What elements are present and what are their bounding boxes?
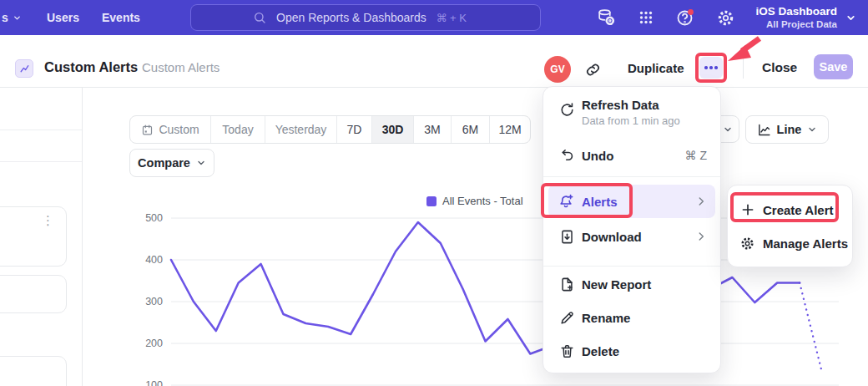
sidebar-row-divider [0,161,82,162]
date-range-3m[interactable]: 3M [413,116,451,143]
more-options-menu: Refresh Data Data from 1 min ago Undo ⌘ … [542,86,721,373]
refresh-icon [558,101,575,118]
menu-separator [543,266,720,267]
settings-gear-icon[interactable] [714,6,737,29]
chevron-down-icon [845,13,856,23]
svg-text:500: 500 [145,212,163,224]
nav-item-events[interactable]: Events [102,0,140,35]
avatar[interactable]: GV [544,56,571,83]
chevron-down-icon [196,158,206,168]
date-range-30d-active[interactable]: 30D [371,116,413,143]
project-scope: All Project Data [755,18,837,30]
plus-icon [739,202,755,218]
legend-swatch [426,196,437,206]
search-placeholder: Open Reports & Dashboards [276,11,426,24]
app-window: s Users Events Open Reports & Dashboards… [0,0,868,386]
apps-grid-icon[interactable] [634,6,658,29]
gear-icon [739,236,755,251]
project-switcher[interactable]: iOS Dashboard All Project Data [755,0,856,35]
project-name: iOS Dashboard [755,5,837,18]
chevron-right-icon [695,196,707,207]
top-navbar: s Users Events Open Reports & Dashboards… [0,0,868,35]
alerts-submenu: Create Alert Manage Alerts [727,185,853,267]
legend-label: All Events - Total [442,195,523,207]
submenu-item-create-alert[interactable]: Create Alert [733,193,847,226]
svg-text:400: 400 [145,254,163,266]
chevron-down-icon [807,124,817,135]
shortcut-label: ⌘ Z [685,149,707,162]
new-report-icon [558,276,575,292]
breadcrumb: Custom Alerts [142,60,220,74]
menu-item-refresh-data[interactable]: Refresh Data Data from 1 min ago [548,94,715,135]
duplicate-button[interactable]: Duplicate [628,61,684,75]
menu-item-rename[interactable]: Rename [548,301,715,334]
more-options-button[interactable] [699,57,723,79]
date-range-6m[interactable]: 6M [451,116,489,143]
trash-icon [558,343,575,359]
header-divider [743,55,744,79]
search-shortcut: ⌘ + K [437,12,467,24]
undo-icon [558,147,575,164]
date-range-custom[interactable]: Custom [130,116,210,143]
data-management-icon[interactable] [594,6,618,29]
date-range-yesterday[interactable]: Yesterday [265,116,336,143]
menu-item-alerts[interactable]: Alerts [548,185,715,218]
chart-legend: All Events - Total [426,195,523,207]
alert-bell-icon [558,193,575,210]
search-icon [253,11,266,24]
nav-item-label: s [2,11,8,24]
save-button[interactable]: Save [814,54,853,79]
card-overflow-menu[interactable]: ⋮ [42,217,54,223]
help-icon[interactable] [674,6,697,29]
date-range-today[interactable]: Today [210,116,265,143]
sidebar-card[interactable] [0,275,67,313]
sidebar-divider [82,87,83,386]
sidebar-card[interactable] [0,206,67,267]
copy-link-icon[interactable] [583,60,602,79]
global-search-input[interactable]: Open Reports & Dashboards ⌘ + K [190,4,541,31]
nav-item-users[interactable]: Users [47,0,79,35]
pencil-icon [558,309,575,326]
svg-text:300: 300 [145,296,163,307]
date-range-control: Custom Today Yesterday 7D 30D 3M 6M 12M [129,115,531,144]
svg-text:100: 100 [145,379,163,386]
menu-separator [543,176,720,177]
date-range-7d[interactable]: 7D [336,116,371,143]
report-type-icon [15,59,33,78]
sidebar-row-divider [0,130,82,130]
menu-item-new-report[interactable]: New Report [548,267,715,301]
compare-button[interactable]: Compare [129,149,214,177]
chevron-down-icon [723,124,733,135]
download-icon [558,228,575,245]
menu-item-undo[interactable]: Undo ⌘ Z [548,139,715,172]
page-title: Custom Alerts [44,59,138,75]
svg-text:200: 200 [145,338,163,349]
chevron-down-icon [13,13,22,23]
chevron-right-icon [695,231,707,242]
close-button[interactable]: Close [762,60,797,75]
calendar-icon [141,124,154,136]
line-chart-icon [757,123,771,137]
sidebar-card[interactable] [0,356,67,386]
chart-type-button[interactable]: Line [745,115,829,144]
date-range-12m[interactable]: 12M [489,116,530,143]
submenu-item-manage-alerts[interactable]: Manage Alerts [733,226,847,260]
nav-item-truncated[interactable]: s [2,0,22,35]
menu-item-delete[interactable]: Delete [548,334,715,368]
menu-item-download[interactable]: Download [548,220,715,253]
